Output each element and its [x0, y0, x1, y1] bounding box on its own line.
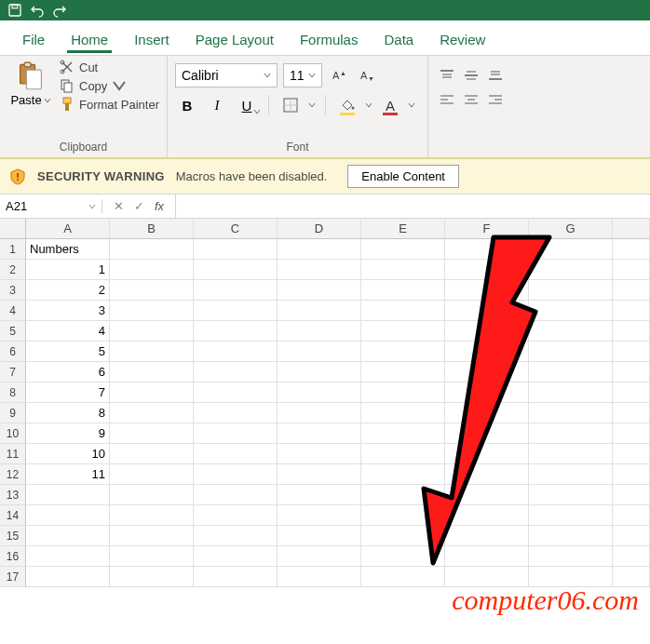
cell[interactable] — [361, 423, 445, 444]
undo-icon[interactable] — [30, 3, 45, 18]
font-color-dropdown[interactable] — [408, 101, 415, 109]
tab-data[interactable]: Data — [371, 26, 427, 55]
tab-insert[interactable]: Insert — [121, 26, 183, 55]
borders-dropdown[interactable] — [308, 101, 316, 109]
row-header[interactable]: 11 — [0, 444, 26, 464]
cell[interactable] — [278, 526, 361, 546]
cell[interactable] — [445, 362, 529, 382]
font-color-button[interactable]: A — [378, 93, 402, 117]
cell[interactable] — [278, 301, 361, 321]
tab-file[interactable]: File — [9, 26, 58, 55]
cell[interactable] — [361, 526, 445, 546]
cell[interactable] — [445, 342, 529, 362]
cell[interactable] — [194, 423, 278, 444]
cell[interactable] — [110, 280, 194, 301]
select-all-corner[interactable] — [0, 219, 26, 239]
cell[interactable] — [445, 239, 529, 260]
row-header[interactable]: 9 — [0, 403, 26, 423]
cell[interactable] — [613, 382, 650, 403]
cell[interactable] — [278, 403, 361, 423]
format-painter-button[interactable]: Format Painter — [60, 97, 159, 112]
font-size-dropdown[interactable]: 11 — [283, 63, 322, 87]
cell[interactable] — [529, 485, 613, 505]
cell[interactable] — [26, 567, 110, 587]
align-middle-button[interactable] — [460, 65, 482, 86]
cell[interactable] — [110, 464, 194, 485]
cell[interactable] — [26, 505, 110, 526]
cell[interactable] — [194, 301, 278, 321]
cell[interactable] — [361, 280, 445, 301]
cell[interactable] — [613, 260, 650, 280]
cell[interactable] — [529, 280, 613, 301]
column-header[interactable]: D — [278, 219, 361, 239]
cancel-button[interactable]: ✕ — [110, 198, 127, 215]
cell[interactable] — [26, 485, 110, 505]
fill-color-button[interactable] — [335, 93, 359, 117]
cell[interactable]: 3 — [26, 301, 110, 321]
increase-font-size-button[interactable]: A▲ — [328, 64, 350, 87]
cell[interactable] — [110, 444, 194, 464]
cell[interactable] — [529, 403, 613, 423]
cell[interactable] — [278, 464, 361, 485]
cell[interactable] — [278, 321, 361, 342]
cell[interactable] — [445, 301, 529, 321]
cell[interactable] — [278, 362, 361, 382]
cell[interactable] — [278, 260, 361, 280]
cell[interactable] — [361, 342, 445, 362]
cell[interactable] — [361, 403, 445, 423]
cut-button[interactable]: Cut — [60, 60, 159, 74]
column-header[interactable]: B — [110, 219, 194, 239]
cell[interactable] — [278, 423, 361, 444]
tab-formulas[interactable]: Formulas — [287, 26, 372, 55]
column-header[interactable]: G — [529, 219, 613, 239]
column-header[interactable] — [613, 219, 650, 239]
cell[interactable] — [445, 280, 529, 301]
row-header[interactable]: 13 — [0, 485, 26, 505]
cell[interactable]: 11 — [26, 464, 110, 485]
cell[interactable] — [613, 403, 650, 423]
cell[interactable] — [361, 444, 445, 464]
cell[interactable] — [361, 546, 445, 567]
fill-color-dropdown[interactable] — [365, 101, 372, 109]
cell[interactable] — [445, 382, 529, 403]
cell[interactable]: 5 — [26, 342, 110, 362]
cell[interactable] — [613, 444, 650, 464]
cell[interactable] — [194, 260, 278, 280]
cell[interactable] — [194, 382, 278, 403]
align-center-button[interactable] — [460, 89, 482, 110]
cell[interactable] — [445, 464, 529, 485]
row-header[interactable]: 3 — [0, 280, 26, 301]
cell[interactable] — [194, 239, 278, 260]
cell[interactable] — [110, 423, 194, 444]
cell[interactable] — [278, 444, 361, 464]
cell[interactable] — [361, 260, 445, 280]
cell[interactable] — [26, 546, 110, 567]
cell[interactable] — [278, 280, 361, 301]
cell[interactable] — [194, 485, 278, 505]
cell[interactable] — [445, 403, 529, 423]
cell[interactable] — [445, 505, 529, 526]
column-header[interactable]: E — [361, 219, 445, 239]
cell[interactable] — [361, 239, 445, 260]
tab-page-layout[interactable]: Page Layout — [183, 26, 287, 55]
cell[interactable] — [529, 546, 613, 567]
cell[interactable] — [278, 546, 361, 567]
cell[interactable]: 8 — [26, 403, 110, 423]
row-header[interactable]: 10 — [0, 423, 26, 444]
cell[interactable] — [361, 505, 445, 526]
cell[interactable] — [445, 444, 529, 464]
cell[interactable] — [529, 301, 613, 321]
cell[interactable] — [194, 362, 278, 382]
cell[interactable] — [361, 321, 445, 342]
row-header[interactable]: 5 — [0, 321, 26, 342]
confirm-button[interactable]: ✓ — [130, 198, 147, 215]
column-header[interactable]: C — [194, 219, 278, 239]
cell[interactable] — [361, 382, 445, 403]
tab-home[interactable]: Home — [58, 26, 121, 55]
cell[interactable] — [529, 239, 613, 260]
cell[interactable] — [278, 505, 361, 526]
cell[interactable] — [194, 403, 278, 423]
cell[interactable]: 2 — [26, 280, 110, 301]
cell[interactable] — [361, 485, 445, 505]
paste-button[interactable]: Paste — [7, 60, 54, 139]
